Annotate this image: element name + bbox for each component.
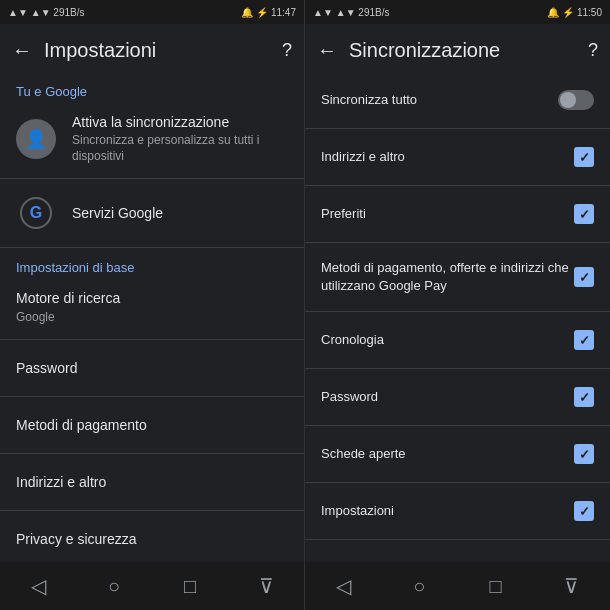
indirizzi-text: Indirizzi e altro	[16, 473, 288, 491]
user-avatar: 👤	[16, 119, 56, 159]
left-nav-bar: ◁ ○ □ ⊽	[0, 562, 304, 610]
right-divider-5	[305, 368, 610, 369]
password-sync-label: Password	[321, 388, 574, 406]
privacy-text: Privacy e sicurezza	[16, 530, 288, 548]
right-wifi-icon: ▲▼	[313, 7, 333, 18]
divider-5	[0, 453, 304, 454]
divider-6	[0, 510, 304, 511]
privacy-title: Privacy e sicurezza	[16, 530, 288, 548]
divider-4	[0, 396, 304, 397]
motore-subtitle: Google	[16, 310, 288, 326]
right-app-bar: ← Sincronizzazione ?	[305, 24, 610, 76]
right-title: Sincronizzazione	[349, 39, 576, 62]
metodi-text: Metodi di pagamento	[16, 416, 288, 434]
right-speed: ▲▼ 291B/s	[336, 7, 390, 18]
schede-sync-item[interactable]: Schede aperte	[305, 430, 610, 478]
google-services-title: Servizi Google	[72, 204, 288, 222]
left-status-signal: ▲▼ ▲▼ 291B/s	[8, 7, 85, 18]
google-icon: G	[20, 197, 52, 229]
preferiti-sync-item[interactable]: Preferiti	[305, 190, 610, 238]
right-scroll-content: Sincronizza tutto Indirizzi e altro Pref…	[305, 76, 610, 562]
metodi-checkbox[interactable]	[574, 267, 594, 287]
left-wifi-icon: ▲▼	[8, 7, 28, 18]
left-back-icon[interactable]: ←	[12, 39, 32, 62]
left-time: 11:47	[271, 7, 296, 18]
left-bt-icon: ⚡	[256, 7, 268, 18]
password-title: Password	[16, 359, 288, 377]
cronologia-sync-item[interactable]: Cronologia	[305, 316, 610, 364]
right-notif-icon: 🔔	[547, 7, 559, 18]
impostazioni-sync-label: Impostazioni	[321, 502, 574, 520]
left-help-icon[interactable]: ?	[282, 40, 292, 61]
right-status-right: 🔔 ⚡ 11:50	[547, 7, 602, 18]
impostazioni-sync-item[interactable]: Impostazioni	[305, 487, 610, 535]
indirizzi-checkbox[interactable]	[574, 147, 594, 167]
right-nav-home[interactable]: ○	[395, 562, 443, 610]
left-nav-home[interactable]: ○	[90, 562, 138, 610]
divider-1	[0, 178, 304, 179]
preferiti-sync-label: Preferiti	[321, 205, 574, 223]
password-checkbox[interactable]	[574, 387, 594, 407]
right-divider-6	[305, 425, 610, 426]
right-divider-8	[305, 539, 610, 540]
password-text: Password	[16, 359, 288, 377]
indirizzi-item[interactable]: Indirizzi e altro	[0, 458, 304, 506]
right-help-icon[interactable]: ?	[588, 40, 598, 61]
left-notif-icon: 🔔	[241, 7, 253, 18]
motore-title: Motore di ricerca	[16, 289, 288, 307]
indirizzi-sync-label: Indirizzi e altro	[321, 148, 574, 166]
right-nav-back[interactable]: ◁	[319, 562, 367, 610]
left-status-right: 🔔 ⚡ 11:47	[241, 7, 296, 18]
motore-text: Motore di ricerca Google	[16, 289, 288, 325]
password-sync-item[interactable]: Password	[305, 373, 610, 421]
right-back-icon[interactable]: ←	[317, 39, 337, 62]
right-nav-menu[interactable]: ⊽	[548, 562, 596, 610]
right-divider-1	[305, 128, 610, 129]
sync-all-toggle[interactable]	[558, 90, 594, 110]
left-nav-menu[interactable]: ⊽	[242, 562, 290, 610]
privacy-item[interactable]: Privacy e sicurezza	[0, 515, 304, 562]
left-nav-recents[interactable]: □	[166, 562, 214, 610]
right-divider-3	[305, 242, 610, 243]
preferiti-checkbox[interactable]	[574, 204, 594, 224]
section-base: Impostazioni di base	[0, 252, 304, 279]
right-time: 11:50	[577, 7, 602, 18]
metodi-item[interactable]: Metodi di pagamento	[0, 401, 304, 449]
google-services-text: Servizi Google	[72, 204, 288, 222]
right-divider-4	[305, 311, 610, 312]
left-panel: ▲▼ ▲▼ 291B/s 🔔 ⚡ 11:47 ← Impostazioni ? …	[0, 0, 305, 610]
signout-row[interactable]: ↪ Esci e disattiva la sincronizzazione	[305, 544, 610, 562]
indirizzi-title: Indirizzi e altro	[16, 473, 288, 491]
motore-item[interactable]: Motore di ricerca Google	[0, 279, 304, 335]
google-icon-container: G	[16, 193, 56, 233]
indirizzi-sync-item[interactable]: Indirizzi e altro	[305, 133, 610, 181]
google-services-item[interactable]: G Servizi Google	[0, 183, 304, 243]
sync-account-item[interactable]: 👤 Attiva la sincronizzazione Sincronizza…	[0, 103, 304, 174]
divider-3	[0, 339, 304, 340]
impostazioni-checkbox[interactable]	[574, 501, 594, 521]
cronologia-sync-label: Cronologia	[321, 331, 574, 349]
divider-2	[0, 247, 304, 248]
sync-subtitle: Sincronizza e personalizza su tutti i di…	[72, 133, 288, 164]
avatar-container: 👤	[16, 119, 56, 159]
right-divider-2	[305, 185, 610, 186]
right-panel: ▲▼ ▲▼ 291B/s 🔔 ⚡ 11:50 ← Sincronizzazion…	[305, 0, 610, 610]
cronologia-checkbox[interactable]	[574, 330, 594, 350]
left-title: Impostazioni	[44, 39, 270, 62]
metodi-sync-label: Metodi di pagamento, offerte e indirizzi…	[321, 259, 574, 295]
right-status-signal: ▲▼ ▲▼ 291B/s	[313, 7, 390, 18]
password-item[interactable]: Password	[0, 344, 304, 392]
right-divider-7	[305, 482, 610, 483]
left-scroll-content: Tu e Google 👤 Attiva la sincronizzazione…	[0, 76, 304, 562]
sync-all-label: Sincronizza tutto	[321, 91, 558, 109]
right-nav-recents[interactable]: □	[472, 562, 520, 610]
metodi-sync-item[interactable]: Metodi di pagamento, offerte e indirizzi…	[305, 247, 610, 307]
metodi-title: Metodi di pagamento	[16, 416, 288, 434]
sync-all-item[interactable]: Sincronizza tutto	[305, 76, 610, 124]
left-nav-back[interactable]: ◁	[14, 562, 62, 610]
sync-title: Attiva la sincronizzazione	[72, 113, 288, 131]
right-bt-icon: ⚡	[562, 7, 574, 18]
schede-checkbox[interactable]	[574, 444, 594, 464]
schede-sync-label: Schede aperte	[321, 445, 574, 463]
left-app-bar: ← Impostazioni ?	[0, 24, 304, 76]
